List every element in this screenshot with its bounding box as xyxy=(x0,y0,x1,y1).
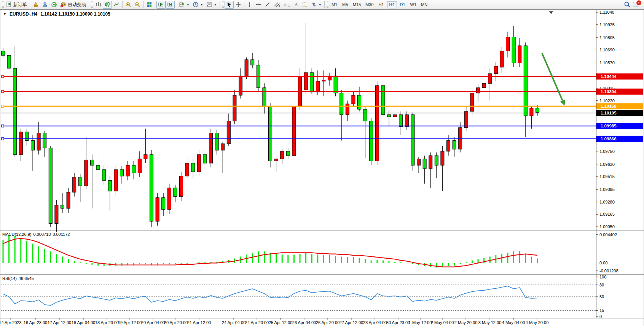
svg-text:21 Apr 12:00: 21 Apr 12:00 xyxy=(187,320,211,325)
separator xyxy=(176,1,176,8)
svg-text:0.004402: 0.004402 xyxy=(599,232,617,237)
new-order-button[interactable]: 新订单 xyxy=(5,1,29,9)
svg-text:1.09050: 1.09050 xyxy=(599,224,615,229)
trading-terminal: 新订单 自动交易 xyxy=(0,0,644,326)
line-anchor-icon[interactable] xyxy=(2,138,4,140)
svg-text:4 May 04:00: 4 May 04:00 xyxy=(502,320,525,325)
chart-symbol-title: EURUSD-,H4 xyxy=(10,11,37,17)
chart-shift-button[interactable] xyxy=(166,1,175,9)
svg-text:18 Apr 04:00: 18 Apr 04:00 xyxy=(72,320,95,325)
community-button[interactable] xyxy=(40,1,49,9)
bar-chart-icon xyxy=(95,2,101,8)
rsi-indicator-label: RSI(14)46.6545 xyxy=(2,276,36,281)
separator xyxy=(244,1,244,8)
svg-text:24 Apr 04:00: 24 Apr 04:00 xyxy=(222,320,245,325)
toolbar-drag-handle[interactable] xyxy=(327,2,328,8)
chart-window[interactable]: 1.110401.109251.108051.106901.105701.103… xyxy=(0,10,644,326)
toolbar-drag-handle[interactable] xyxy=(2,2,4,8)
chart-collapse-icon[interactable]: ▼ xyxy=(3,12,6,16)
crosshair-button[interactable] xyxy=(234,1,243,9)
svg-text:2 May 20:00: 2 May 20:00 xyxy=(454,320,478,325)
line-anchor-icon[interactable] xyxy=(2,75,4,78)
line-chart-icon xyxy=(113,2,120,8)
candle-chart-button[interactable] xyxy=(103,1,112,9)
zoom-out-button[interactable] xyxy=(133,1,142,9)
arrows-button[interactable]: ▼ xyxy=(309,1,323,9)
chart-canvas[interactable]: 1.110401.109251.108051.106901.105701.103… xyxy=(0,10,644,326)
text-icon: A xyxy=(293,2,299,8)
templates-button[interactable]: ▼ xyxy=(205,1,218,9)
svg-text:17 Apr 12:00: 17 Apr 12:00 xyxy=(48,320,71,325)
timeframe-button-M1[interactable]: M1 xyxy=(330,1,340,8)
notifications-button[interactable]: 1 xyxy=(633,1,641,8)
vertical-line-button[interactable] xyxy=(245,1,254,9)
svg-text:18 Apr 20:00: 18 Apr 20:00 xyxy=(95,320,119,325)
svg-text:1.10570: 1.10570 xyxy=(599,60,615,65)
svg-text:F: F xyxy=(289,5,290,8)
toolbar-drag-handle[interactable] xyxy=(91,2,93,8)
timeframe-button-M5[interactable]: M5 xyxy=(340,1,350,8)
svg-text:19 Apr 12:00: 19 Apr 12:00 xyxy=(118,320,142,325)
svg-text:1.09165: 1.09165 xyxy=(599,212,615,216)
tile-windows-icon xyxy=(146,2,152,8)
auto-trading-button[interactable]: 自动交易 xyxy=(59,1,88,9)
line-chart-button[interactable] xyxy=(112,1,121,9)
svg-text:80: 80 xyxy=(599,283,604,287)
chart-ohlc-values: 1.10142 1.10150 1.10090 1.10105 xyxy=(40,11,110,17)
zoom-out-icon xyxy=(134,2,140,8)
svg-text:0: 0 xyxy=(599,314,602,319)
auto-scroll-icon xyxy=(158,2,164,8)
indicators-button[interactable]: ▼ xyxy=(177,1,191,9)
vertical-line-icon xyxy=(247,2,252,8)
dropdown-caret-icon: ▼ xyxy=(200,3,203,6)
timeframe-button-M15[interactable]: M15 xyxy=(351,1,363,8)
timeframe-button-M30[interactable]: M30 xyxy=(363,1,375,8)
line-anchor-icon[interactable] xyxy=(2,91,4,93)
svg-text:1.09280: 1.09280 xyxy=(599,200,615,204)
svg-text:20 Apr 04:00: 20 Apr 04:00 xyxy=(141,320,165,325)
svg-text:1.10805: 1.10805 xyxy=(599,35,615,40)
cursor-button[interactable] xyxy=(225,1,234,9)
toolbar-drag-handle[interactable] xyxy=(222,2,224,8)
auto-scroll-button[interactable] xyxy=(156,1,166,9)
timeframe-button-D1[interactable]: D1 xyxy=(398,1,408,8)
periods-button[interactable]: ▼ xyxy=(191,1,205,9)
dropdown-caret-icon: ▼ xyxy=(214,3,217,6)
fibonacci-icon: F xyxy=(284,2,290,8)
chart-shift-icon xyxy=(167,2,173,8)
svg-text:1.11040: 1.11040 xyxy=(599,10,614,14)
svg-text:1.09750: 1.09750 xyxy=(599,149,615,154)
svg-text:1.09630: 1.09630 xyxy=(599,162,615,167)
fibonacci-button[interactable]: F xyxy=(282,1,292,9)
separator xyxy=(155,1,155,8)
zoom-in-button[interactable] xyxy=(124,1,133,9)
svg-text:28 Apr 04:00: 28 Apr 04:00 xyxy=(363,320,387,325)
equidistant-channel-button[interactable]: E xyxy=(272,1,282,9)
candle-chart-icon xyxy=(104,2,110,8)
svg-text:1.10105: 1.10105 xyxy=(601,111,617,115)
line-anchor-icon[interactable] xyxy=(2,105,4,107)
timeframe-button-MN[interactable]: MN xyxy=(419,1,429,8)
text-button[interactable]: A xyxy=(292,1,300,9)
search-icon[interactable] xyxy=(624,1,631,8)
timeframe-button-H4[interactable]: H4 xyxy=(387,1,397,8)
svg-text:1.10168: 1.10168 xyxy=(601,104,617,108)
svg-text:26 Apr 20:00: 26 Apr 20:00 xyxy=(316,320,340,325)
templates-icon xyxy=(206,2,212,8)
new-order-label: 新订单 xyxy=(13,2,27,8)
bar-chart-button[interactable] xyxy=(94,1,103,9)
timeframe-button-W1[interactable]: W1 xyxy=(408,1,419,8)
timeframe-toolbar: M1M5M15M30H1H4D1W1MN xyxy=(329,1,430,8)
separator xyxy=(220,1,220,8)
text-label-button[interactable]: T xyxy=(300,1,309,9)
timeframe-button-H1[interactable]: H1 xyxy=(376,1,386,8)
trendline-button[interactable] xyxy=(263,1,272,9)
tile-windows-button[interactable] xyxy=(145,1,154,9)
horizontal-line-button[interactable] xyxy=(254,1,263,9)
market-depth-button[interactable] xyxy=(31,1,40,9)
signals-button[interactable] xyxy=(49,1,59,9)
signals-icon xyxy=(51,2,57,8)
line-anchor-icon[interactable] xyxy=(2,125,4,127)
separator xyxy=(30,1,30,8)
svg-text:1.10444: 1.10444 xyxy=(601,74,617,79)
